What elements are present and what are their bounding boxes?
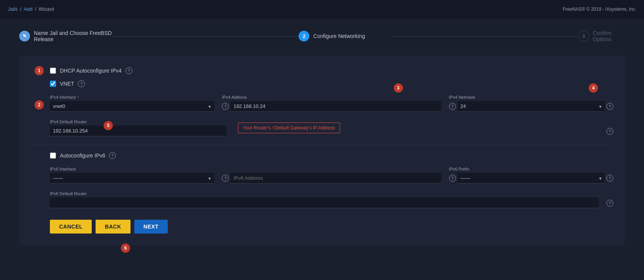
ipv6-prefix-select[interactable]: —— [457,173,605,184]
main-content: ✎ Name Jail and Choose FreeBSD Release 2… [0,18,644,257]
ipv6-autoconfigure-checkbox[interactable] [50,152,56,159]
next-button[interactable]: NEXT [134,220,168,234]
ipv4-netmask-label: IPv4 Netmask [449,95,613,99]
ipv4-interface-select[interactable]: vnet0 [50,101,214,112]
step1-icon: ✎ [23,33,26,39]
step1-label: Name Jail and Choose FreeBSD Release [34,30,112,42]
ipv4-address-label: IPv4 Address [222,95,441,99]
annotation-badge-3: 3 [394,83,403,93]
ipv4-interface-select-wrapper: vnet0 [50,101,214,112]
breadcrumb-sep2: / [35,6,36,12]
back-button[interactable]: BACK [96,220,130,234]
cancel-button[interactable]: CANCEL [50,220,92,234]
ipv6-autoconfigure-help-icon[interactable]: ? [109,152,116,159]
ipv6-interface-field: IPv6 Interface —— [50,167,214,184]
ipv6-row: IPv6 Interface —— IPv6 Address ? IPv6 Pr… [31,167,613,184]
breadcrumb-sep1: / [20,6,21,12]
step-divider-1 [112,36,299,36]
dhcp-help-icon[interactable]: ? [125,67,132,74]
top-bar: Jails / Add / Wizard FreeNAS® © 2019 - i… [0,0,644,18]
ipv6-address-field: IPv6 Address ? [222,167,441,184]
step1-number: ✎ [19,31,30,41]
wizard-step-3: 3 Confirm Options [578,30,625,42]
step3-number: 3 [578,31,589,41]
ipv6-prefix-field: IPv6 Prefix ? —— ? [449,167,613,184]
ipv6-prefix-end-help-icon[interactable]: ? [606,175,613,182]
wizard-step-1: ✎ Name Jail and Choose FreeBSD Release [19,30,112,42]
step2-label: Configure Networking [313,33,365,39]
ipv4-netmask-help-icon[interactable]: ? [449,103,456,110]
router-tooltip-text: Your Router's / Default Gateway's IP Add… [243,125,335,131]
form-area: 1 DHCP Autoconfigure IPv4 ? VNET ? 2 IPv… [19,56,625,245]
ipv4-interface-label: IPv4 Interface [50,95,214,99]
annotation-badge-5: 5 [104,121,113,130]
step2-number: 2 [299,31,309,41]
ipv6-router-field: IPv6 Default Router [50,191,599,208]
ipv6-prefix-help-icon[interactable]: ? [449,175,456,182]
ipv4-netmask-select-wrapper: 24 [457,101,605,112]
ipv4-router-row: 5 IPv4 Default Router Your Router's / De… [31,119,613,136]
ipv4-address-field: IPv4 Address ? 3 [222,95,441,112]
ipv4-router-field: IPv4 Default Router [50,119,226,136]
vnet-checkbox[interactable] [50,81,56,87]
ipv6-autoconfigure-row: Autoconfigure IPv6 ? [50,152,613,159]
ipv4-router-help-icon[interactable]: ? [606,128,613,135]
ipv4-router-label: IPv4 Default Router [50,119,226,124]
step-divider-2 [392,36,578,36]
ipv6-autoconfigure-label: Autoconfigure IPv6 [60,152,105,159]
ipv4-netmask-end-help-icon[interactable]: ? [606,103,613,110]
ipv4-address-input[interactable] [230,101,441,112]
ipv6-address-help-icon[interactable]: ? [222,175,229,182]
annotation-badge-4: 4 [589,83,598,93]
ipv6-router-label: IPv6 Default Router [50,191,599,196]
ipv6-prefix-label: IPv6 Prefix [449,167,613,171]
ipv6-prefix-select-wrapper: —— [457,173,605,184]
annotation-badge-1: 1 [35,66,44,75]
ipv4-interface-field: IPv4 Interface vnet0 [50,95,214,112]
ipv6-router-input[interactable] [50,197,599,208]
wizard-step-2: 2 Configure Networking [299,31,392,41]
vnet-help-icon[interactable]: ? [78,80,85,87]
dhcp-checkbox[interactable] [50,68,56,74]
ipv6-router-row: IPv6 Default Router ? [31,191,613,208]
section-divider [31,144,613,144]
ipv6-router-help-icon[interactable]: ? [606,200,613,207]
annotation-badge-6: 6 [121,244,130,253]
ipv6-address-input[interactable] [230,173,441,184]
ipv6-interface-label: IPv6 Interface [50,167,214,171]
router-tooltip-box: Your Router's / Default Gateway's IP Add… [238,123,340,133]
button-row: CANCEL BACK NEXT 6 [31,220,613,234]
ipv6-interface-select[interactable]: —— [50,173,214,184]
brand-text: FreeNAS® © 2019 - iXsystems, Inc. [563,7,636,12]
dhcp-checkbox-row: DHCP Autoconfigure IPv4 ? [50,67,613,74]
breadcrumb-jails[interactable]: Jails [8,6,18,12]
ipv4-address-help-icon[interactable]: ? [222,103,229,110]
vnet-checkbox-row: VNET ? [50,80,613,87]
annotation-badge-2: 2 [35,100,44,109]
step3-label: Confirm Options [593,30,625,42]
ipv4-router-input[interactable] [50,126,226,136]
ipv4-netmask-select[interactable]: 24 [457,101,605,112]
ipv6-interface-select-wrapper: —— [50,173,214,184]
vnet-label: VNET [60,81,74,87]
breadcrumb-add[interactable]: Add [24,6,33,12]
ipv4-netmask-field: IPv4 Netmask ? 24 ? 4 [449,95,613,112]
ipv4-row: 2 IPv4 Interface vnet0 IPv4 Address ? 3 [31,95,613,112]
dhcp-label: DHCP Autoconfigure IPv4 [60,68,122,74]
breadcrumb: Jails / Add / Wizard [8,6,54,12]
wizard-steps: ✎ Name Jail and Choose FreeBSD Release 2… [19,30,625,42]
breadcrumb-wizard: Wizard [38,6,54,12]
